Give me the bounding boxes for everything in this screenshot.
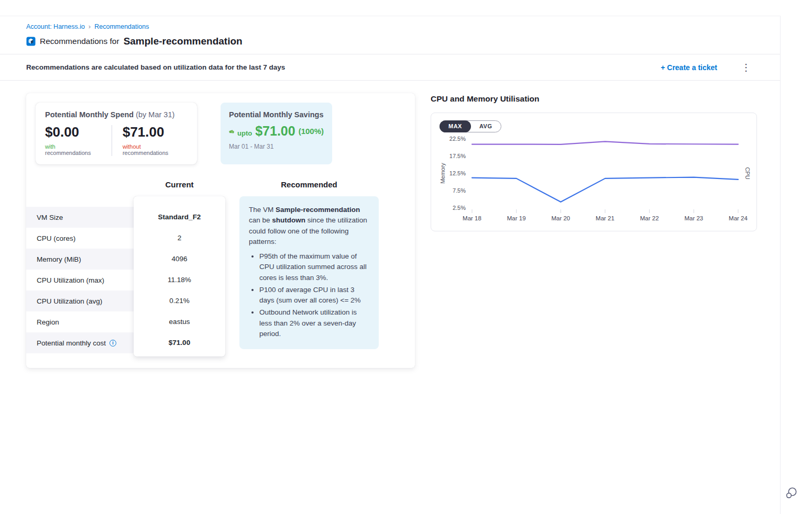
x-axis-tick-label: Mar 19: [507, 215, 526, 221]
breadcrumb-separator: ›: [89, 23, 91, 30]
utilization-note: Recommendations are calculated based on …: [26, 63, 661, 71]
spend-with-amount: $0.00: [45, 124, 102, 140]
recommendation-bullet: Outbound Network utilization is less tha…: [259, 307, 369, 339]
spend-with-recommendations: $0.00 with recommendations: [45, 124, 102, 156]
recommendation-detail-card: Potential Monthly Spend (by Mar 31) $0.0…: [26, 93, 415, 368]
toggle-avg-button[interactable]: AVG: [470, 121, 501, 132]
breadcrumb-account-link[interactable]: Account: Harness.io: [26, 23, 85, 30]
spend-without-amount: $71.00: [123, 124, 188, 140]
y-axis-tick-label: 22.5%: [449, 136, 466, 142]
breadcrumb-recommendations-link[interactable]: Recommendations: [94, 23, 149, 30]
savings-date-range: Mar 01 - Mar 31: [229, 143, 324, 150]
breadcrumb: Account: Harness.io › Recommendations: [0, 16, 780, 30]
row-label: Region: [37, 318, 59, 326]
cpu-utilisation-line: [472, 177, 738, 202]
x-axis-tick-label: Mar 24: [729, 215, 748, 221]
row-value: Standard_F2: [134, 207, 225, 228]
row-value: $71.00: [134, 332, 225, 353]
row-value: eastus: [134, 311, 225, 332]
toolbar: Recommendations are calculated based on …: [0, 54, 780, 81]
max-avg-toggle: MAX AVG: [440, 120, 501, 132]
row-value: 0.21%: [134, 290, 225, 311]
spend-divider: [112, 125, 112, 156]
kebab-menu-icon[interactable]: ⋮: [741, 63, 751, 72]
money-icon: [229, 125, 234, 138]
memory-utilisation-line: [472, 141, 738, 144]
chart-section: CPU and Memory Utilisation MAX AVG 22.5%…: [431, 93, 757, 231]
row-label: VM Size: [37, 214, 63, 221]
y-axis-tick-label: 12.5%: [449, 170, 466, 176]
comparison-headers: Current Recommended: [26, 180, 415, 189]
x-axis-tick-label: Mar 22: [640, 215, 659, 221]
x-axis-tick-label: Mar 20: [551, 215, 570, 221]
spend-without-recommendations: $71.00 without recommendations: [123, 124, 188, 156]
y-axis-tick-label: 7.5%: [453, 187, 466, 194]
main-content: Potential Monthly Spend (by Mar 31) $0.0…: [0, 81, 780, 368]
row-label: CPU (cores): [37, 234, 75, 242]
info-icon[interactable]: i: [109, 340, 116, 347]
page-title-name: Sample-recommendation: [124, 36, 243, 47]
y-axis-tick-label: 17.5%: [449, 153, 466, 159]
chart-title: CPU and Memory Utilisation: [431, 94, 757, 104]
toggle-max-button[interactable]: MAX: [440, 120, 471, 132]
row-label: CPU Utilization (avg): [37, 297, 102, 305]
spend-card-title: Potential Monthly Spend (by Mar 31): [45, 110, 188, 119]
x-axis-tick-label: Mar 18: [463, 215, 481, 221]
right-axis-label: CPU: [744, 167, 751, 179]
create-ticket-button[interactable]: + Create a ticket: [661, 63, 717, 72]
current-column-header: Current: [134, 180, 225, 189]
row-label: Memory (MiB): [37, 255, 81, 263]
recommendation-bullet: P95th of the maximum value of CPU utiliz…: [259, 251, 369, 283]
page-title: Recommendations for Sample-recommendatio…: [0, 30, 780, 54]
utilisation-chart-card: MAX AVG 22.5%17.5%12.5%7.5%2.5%Mar 18Mar…: [431, 113, 757, 231]
x-axis-tick-label: Mar 23: [684, 215, 703, 221]
chat-help-icon[interactable]: [785, 486, 798, 500]
comparison-body: VM SizeCPU (cores)Memory (MiB)CPU Utiliz…: [26, 207, 415, 353]
row-label: Potential monthly cost: [37, 339, 106, 347]
page-title-prefix: Recommendations for: [40, 37, 119, 46]
savings-card-title: Potential Monthly Savings: [229, 110, 324, 119]
recommendation-page: Account: Harness.io › Recommendations Re…: [0, 16, 781, 514]
recommendation-bullets: P95th of the maximum value of CPU utiliz…: [249, 251, 369, 339]
recommendation-box: The VM Sample-recommendation can be shut…: [239, 196, 379, 349]
potential-monthly-savings-card: Potential Monthly Savings upto $71.00 (1…: [221, 103, 332, 164]
current-values-card: Standard_F22409611.18%0.21%eastus$71.00: [134, 196, 225, 356]
row-value: 2: [134, 228, 225, 249]
savings-amount: $71.00: [255, 124, 295, 139]
savings-upto-label: upto: [237, 129, 252, 139]
x-axis-tick-label: Mar 21: [596, 215, 615, 221]
recommended-column-header: Recommended: [239, 180, 379, 189]
recommendation-icon: [26, 37, 36, 46]
potential-monthly-spend-card: Potential Monthly Spend (by Mar 31) $0.0…: [36, 103, 197, 164]
left-axis-label: Memory: [440, 163, 446, 184]
savings-percent: (100%): [299, 127, 324, 136]
recommendation-bullet: P100 of average CPU in last 3 days (sum …: [259, 285, 369, 306]
row-value: 11.18%: [134, 270, 225, 290]
row-value: 4096: [134, 249, 225, 270]
row-label: CPU Utilization (max): [37, 276, 104, 284]
utilisation-line-chart: 22.5%17.5%12.5%7.5%2.5%Mar 18Mar 19Mar 2…: [440, 135, 749, 222]
y-axis-tick-label: 2.5%: [453, 205, 466, 211]
